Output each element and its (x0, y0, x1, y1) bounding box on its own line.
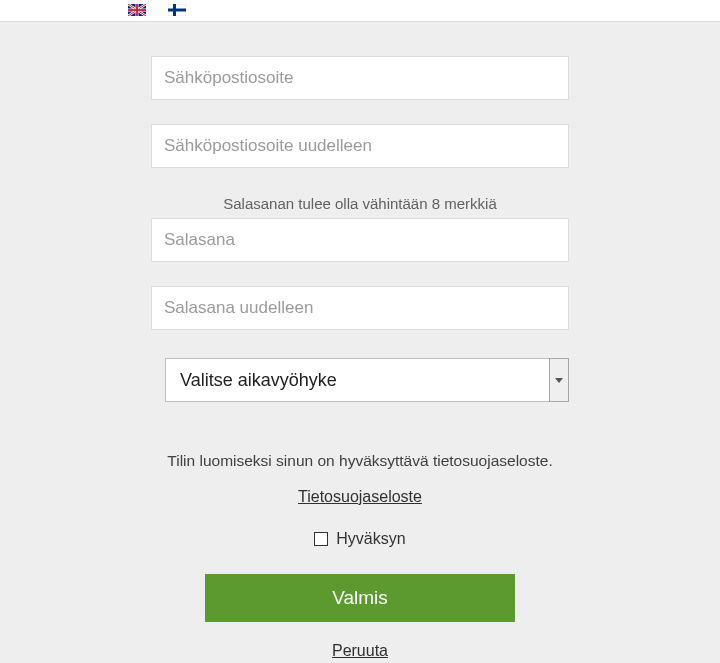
timezone-select[interactable]: Valitse aikavyöhyke (165, 358, 569, 402)
svg-rect-4 (128, 9, 146, 11)
flag-finland-icon[interactable] (168, 2, 186, 14)
accept-label: Hyväksyn (336, 530, 405, 548)
svg-rect-7 (168, 9, 186, 12)
flag-uk-icon[interactable] (128, 2, 146, 14)
password-field[interactable] (151, 218, 569, 262)
password-repeat-field[interactable] (151, 286, 569, 330)
email-field[interactable] (151, 56, 569, 100)
privacy-policy-link[interactable]: Tietosuojaseloste (151, 488, 569, 506)
timezone-selected-label: Valitse aikavyöhyke (180, 370, 337, 391)
signup-form: Salasanan tulee olla vähintään 8 merkkiä… (151, 22, 569, 660)
accept-row: Hyväksyn (151, 530, 569, 548)
cancel-link[interactable]: Peruuta (151, 642, 569, 660)
language-bar (0, 0, 720, 22)
chevron-down-icon[interactable] (549, 358, 569, 402)
password-hint: Salasanan tulee olla vähintään 8 merkkiä (151, 195, 569, 212)
email-repeat-field[interactable] (151, 124, 569, 168)
privacy-notice: Tilin luomiseksi sinun on hyväksyttävä t… (151, 452, 569, 470)
submit-button[interactable]: Valmis (205, 574, 515, 622)
accept-checkbox[interactable] (314, 532, 328, 546)
